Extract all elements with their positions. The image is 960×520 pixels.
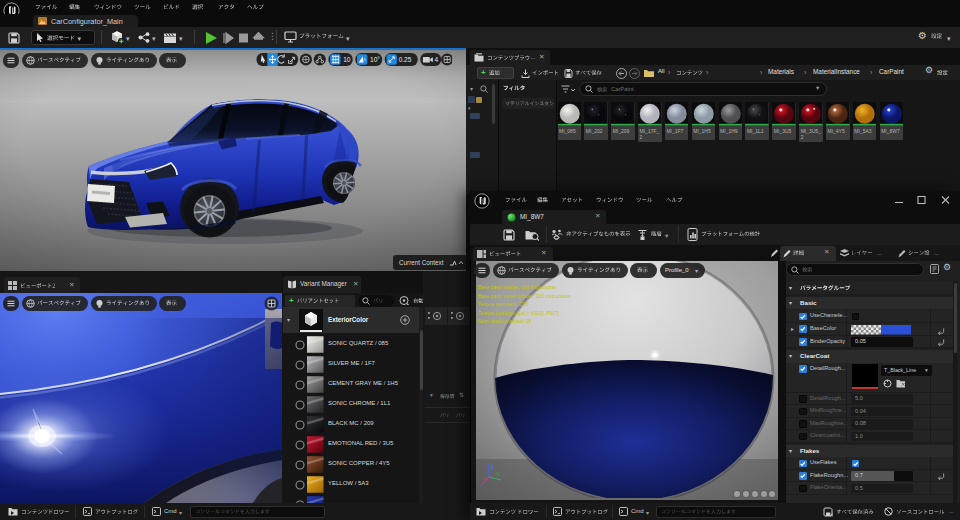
svg-text:10: 10 (343, 56, 351, 63)
svg-text:Y: Y (496, 471, 500, 477)
svg-text:4: 4 (435, 56, 439, 63)
svg-text:0.25: 0.25 (399, 56, 412, 63)
svg-text:x: x (482, 475, 485, 481)
svg-text:z: z (491, 464, 494, 470)
svg-text:10°: 10° (370, 56, 380, 63)
